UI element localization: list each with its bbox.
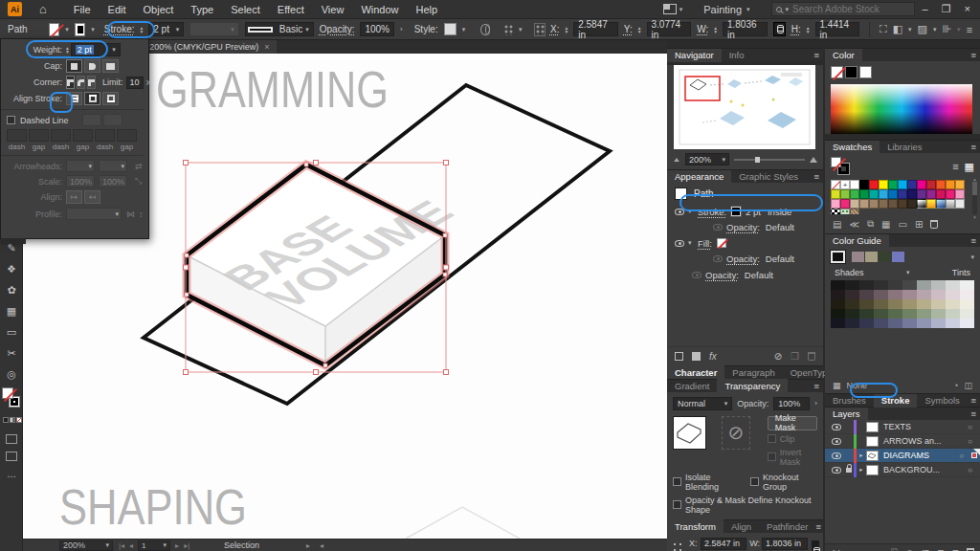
butt-cap-button[interactable] bbox=[66, 59, 82, 73]
blend-mode-dropdown[interactable]: Normal ▾ bbox=[673, 397, 732, 410]
h-label[interactable]: H: bbox=[791, 24, 801, 34]
shape-mode-icon[interactable]: ◧ bbox=[893, 23, 902, 35]
variation-swatch[interactable] bbox=[831, 299, 845, 309]
round-cap-button[interactable] bbox=[84, 59, 100, 73]
limit-colors-icon[interactable]: ▦ bbox=[833, 381, 841, 390]
appearance-fill-row[interactable]: ▾ Fill: bbox=[667, 235, 823, 252]
tab-libraries[interactable]: Libraries bbox=[880, 141, 929, 154]
layer-thumbnail[interactable] bbox=[866, 451, 879, 461]
tab-appearance[interactable]: Appearance bbox=[667, 170, 731, 184]
tab-info[interactable]: Info bbox=[722, 49, 752, 62]
variation-swatch[interactable] bbox=[859, 309, 874, 319]
tab-align[interactable]: Align bbox=[724, 519, 759, 533]
stroke-panel-link[interactable]: Stroke: bbox=[104, 24, 135, 34]
w-stepper[interactable]: ▴▾ bbox=[714, 26, 717, 33]
save-group-icon[interactable]: ◫ bbox=[964, 381, 972, 390]
stroke-weight-field[interactable]: 2 pt ▾ bbox=[148, 22, 184, 36]
panel-menu-icon[interactable]: ≡ bbox=[970, 142, 976, 152]
variation-swatch[interactable] bbox=[874, 319, 888, 328]
target-icon[interactable]: ○ bbox=[968, 466, 972, 474]
variation-swatch[interactable] bbox=[902, 319, 917, 328]
swatch[interactable] bbox=[850, 199, 859, 209]
swatch[interactable] bbox=[946, 199, 955, 209]
menu-item[interactable]: File bbox=[74, 4, 91, 15]
swatch[interactable] bbox=[926, 199, 936, 209]
swatch[interactable] bbox=[898, 189, 907, 199]
stroke-opacity-link[interactable]: Opacity: bbox=[726, 222, 760, 232]
variation-swatch[interactable] bbox=[888, 309, 902, 319]
y-field[interactable]: 3.0774 in bbox=[647, 22, 692, 36]
tab-navigator[interactable]: Navigator bbox=[667, 49, 722, 62]
layer-thumbnail[interactable] bbox=[866, 465, 879, 475]
chevron-right-icon[interactable]: ▸ bbox=[306, 541, 310, 550]
navigator-zoom-field[interactable]: 200% ▾ bbox=[685, 153, 729, 165]
restore-button[interactable]: ❐ bbox=[942, 3, 951, 15]
visibility-eye-icon[interactable] bbox=[832, 467, 841, 474]
variation-swatch[interactable] bbox=[902, 309, 917, 319]
layer-row-arrows[interactable]: ARROWS an... ○ bbox=[825, 434, 980, 449]
x-label[interactable]: X: bbox=[550, 24, 559, 34]
variation-swatch[interactable] bbox=[902, 299, 917, 309]
variation-swatch[interactable] bbox=[831, 319, 845, 328]
variation-swatch[interactable] bbox=[845, 299, 859, 309]
layer-row-background[interactable]: ▸ BACKGROU... ○ bbox=[825, 463, 980, 477]
chevron-down-icon[interactable]: ▾ bbox=[688, 239, 698, 247]
variation-swatch[interactable] bbox=[946, 299, 960, 309]
prev-artboard-button[interactable]: ◂ bbox=[129, 541, 133, 550]
stroke-color-chip[interactable] bbox=[731, 207, 741, 216]
grid-view-icon[interactable]: ▦ bbox=[965, 161, 974, 173]
align-outside-button[interactable] bbox=[102, 92, 119, 105]
layer-thumbnail[interactable] bbox=[866, 422, 879, 432]
brush-definition-dropdown[interactable]: Basic ▾ bbox=[245, 22, 314, 36]
swatch[interactable] bbox=[869, 180, 879, 189]
panel-menu-icon[interactable]: ≡ bbox=[970, 235, 976, 246]
navigator-zoom-slider[interactable] bbox=[734, 159, 805, 161]
swatch[interactable] bbox=[898, 199, 907, 209]
select-similar-icon[interactable] bbox=[503, 24, 513, 35]
base-color-chip[interactable] bbox=[831, 251, 845, 263]
tab-symbols[interactable]: Symbols bbox=[917, 394, 967, 408]
w-field[interactable]: 1.8036 in bbox=[723, 22, 768, 36]
fill-stroke-indicator[interactable] bbox=[831, 157, 854, 176]
color-white-chip[interactable] bbox=[859, 66, 872, 78]
variation-swatch[interactable] bbox=[831, 280, 845, 290]
panel-menu-icon[interactable]: ≡ bbox=[813, 171, 819, 182]
swatch[interactable] bbox=[850, 189, 859, 199]
target-icon[interactable]: ○ bbox=[968, 437, 972, 446]
variation-swatch[interactable] bbox=[831, 309, 845, 319]
stock-search[interactable]: ▾ bbox=[771, 2, 915, 16]
round-join-button[interactable] bbox=[77, 76, 85, 89]
locate-object-icon[interactable]: ◎ bbox=[906, 548, 914, 551]
clear-appearance-icon[interactable]: ⊘ bbox=[774, 351, 782, 362]
projecting-cap-button[interactable] bbox=[102, 59, 119, 73]
miter-join-button[interactable] bbox=[66, 76, 75, 89]
align-arrow-end-button[interactable]: ↤ bbox=[84, 190, 100, 204]
menu-item[interactable]: Select bbox=[231, 4, 260, 15]
panel-menu-icon[interactable]: ≡ bbox=[970, 395, 976, 406]
panel-menu-icon[interactable]: ≡ bbox=[813, 381, 819, 391]
chevron-down-icon[interactable]: ▾ bbox=[688, 208, 698, 215]
variation-swatch[interactable] bbox=[960, 309, 974, 319]
workspace-switcher[interactable]: Painting ▾ bbox=[703, 4, 749, 15]
opacity-mask-define-checkbox[interactable] bbox=[673, 500, 681, 509]
constrain-proportions-toggle[interactable] bbox=[812, 540, 819, 551]
variation-swatch[interactable] bbox=[931, 280, 946, 290]
swatch[interactable] bbox=[888, 189, 898, 199]
chevron-down-icon[interactable]: ▾ bbox=[970, 253, 974, 261]
swatch[interactable] bbox=[907, 180, 917, 189]
color-none-chip[interactable] bbox=[831, 66, 843, 78]
chevron-down-icon[interactable]: ▾ bbox=[908, 26, 912, 33]
document-setup-icon[interactable] bbox=[480, 24, 490, 35]
variation-swatch[interactable] bbox=[874, 309, 888, 319]
color-button[interactable] bbox=[3, 417, 9, 423]
expander-icon[interactable]: › bbox=[400, 25, 403, 33]
y-stepper[interactable]: ▴▾ bbox=[638, 26, 641, 33]
variation-swatch[interactable] bbox=[845, 290, 859, 299]
harmony-chip[interactable] bbox=[892, 252, 904, 262]
transform-icon[interactable]: ⛶ bbox=[880, 23, 887, 35]
opacity-link[interactable]: Opacity: bbox=[320, 24, 355, 34]
visibility-eye-icon[interactable] bbox=[832, 438, 841, 445]
variation-swatch[interactable] bbox=[960, 319, 974, 328]
target-icon[interactable]: ○ bbox=[968, 423, 972, 431]
harmony-chip[interactable] bbox=[879, 252, 891, 262]
